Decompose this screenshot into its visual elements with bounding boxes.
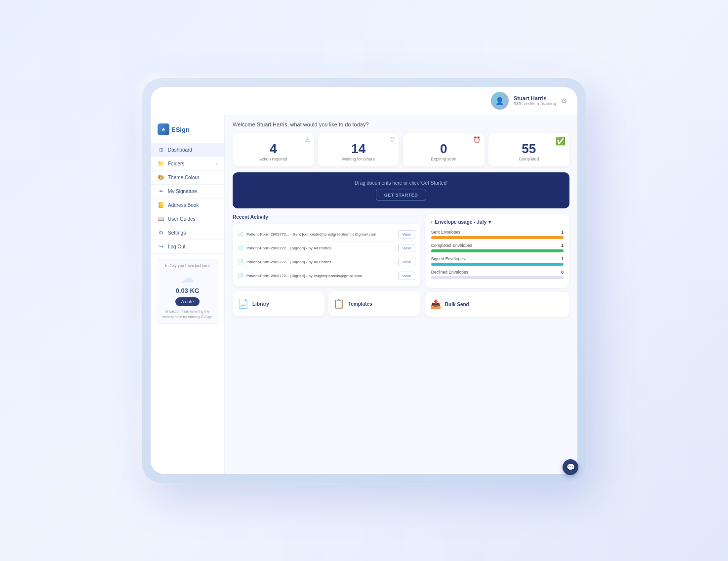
guides-icon: 📖 [158,216,164,222]
activity-item-2: 📄 Patient-Form-2908772... [Signed] - by … [238,255,415,269]
check-badge-icon: ✅ [556,136,566,146]
left-column: Recent Activity 📄 Patient-Form-2908772..… [233,214,420,317]
activity-text-2: Patient-Form-2908772... [Signed] - by Al… [246,260,395,264]
settings-sidebar-icon: ⚙ [158,230,164,236]
stats-row: ⚠ 4 Action required ⏱ 14 Waiting for oth… [233,133,569,166]
envelope-row-completed: Completed Envelopes 1 [431,243,564,252]
signed-envelopes-count: 1 [561,256,564,261]
sidebar-item-guides[interactable]: 📖 User Guides [151,212,224,226]
sidebar-item-dashboard[interactable]: ⊞ Dashboard [151,143,224,157]
avatar: 👤 [491,92,509,110]
signed-envelopes-label: Signed Envelopes [431,256,465,261]
sidebar-item-folders[interactable]: 📁 Folders › [151,157,224,171]
completed-envelopes-label: Completed Envelopes [431,243,472,248]
stat-card-expiring[interactable]: ⏰ 0 Expiring soon [403,133,485,166]
sidebar-item-address[interactable]: 📒 Address Book [151,199,224,212]
activity-text-1: Patient-Form-2908772... [Signed] - by Al… [246,246,395,250]
stat-number-completed: 55 [522,142,536,155]
recent-activity-title: Recent Activity [233,214,420,220]
templates-label: Templates [348,301,372,307]
activity-item-0: 📄 Patient-Form-2908772... - Sent [comple… [238,228,415,241]
envelope-title-text: Envelope usage - July [435,219,486,225]
carbon-value: 0.03 [176,287,188,294]
envelope-title: ‹ Envelope usage - July ▾ [431,219,564,225]
sidebar-item-theme[interactable]: 🎨 Theme Colour [151,171,224,185]
sidebar-label-address: Address Book [168,202,199,208]
declined-progress-bar [431,276,564,279]
doc-icon-1: 📄 [238,245,243,251]
quick-link-templates[interactable]: 📋 Templates [328,291,420,316]
carbon-section: In July you have just sent ☁ 0.03 KC A n… [157,259,218,324]
activity-item-1: 📄 Patient-Form-2908772... [Signed] - by … [238,241,415,255]
anote-button[interactable]: A note [175,297,200,306]
activity-item-3: 📄 Patient-Form-2908772... [Signed] - by … [238,269,415,282]
carbon-unit: KC [190,287,200,294]
stat-card-completed[interactable]: ✅ 55 Completed [488,133,570,166]
activity-card: 📄 Patient-Form-2908772... - Sent [comple… [233,224,420,286]
sent-envelopes-count: 1 [561,230,564,235]
carbon-intro: In July you have just sent [161,263,214,268]
clock-badge-icon: ⏰ [473,136,481,143]
sidebar-label-logout: Log Out [168,244,186,249]
doc-icon-0: 📄 [238,232,243,237]
cloud-illustration: ☁ 0.03 KC [161,270,214,294]
chat-bubble[interactable]: 💬 [563,459,577,474]
quick-link-library[interactable]: 📄 Library [233,291,324,316]
templates-icon: 📋 [333,298,344,309]
stat-card-waiting[interactable]: ⏱ 14 Waiting for others [318,133,400,166]
sidebar-label-signature: My Signature [168,189,197,194]
completed-envelopes-count: 1 [561,243,564,248]
welcome-message: Welcome Stuart Harris, what would you li… [233,121,569,127]
envelope-row-header-sent: Sent Envelopes 1 [431,230,564,235]
folders-arrow-icon: › [216,161,217,166]
declined-envelopes-count: 0 [561,270,564,275]
timer-badge-icon: ⏱ [389,136,395,143]
tablet-screen: 👤 Stuart Harris 933 credits remaining ⚙ … [151,87,577,474]
activity-text-0: Patient-Form-2908772... - Sent [complete… [246,232,395,237]
main-content: Welcome Stuart Harris, what would you li… [225,115,577,474]
sidebar-label-settings: Settings [168,230,186,236]
activity-text-3: Patient-Form-2908772... [Signed] - by es… [246,274,395,278]
signed-progress-bar [431,263,564,266]
view-button-2[interactable]: View [398,258,415,266]
drag-text: Drag documents here or click 'Get Starte… [241,180,562,186]
library-icon: 📄 [238,298,248,309]
sidebar-item-signature[interactable]: ✒ My Signature [151,185,224,199]
user-credits: 933 credits remaining [514,101,556,106]
stat-label-completed: Completed [519,157,539,161]
user-name: Stuart Harris [514,95,556,101]
bulk-send-icon: 📤 [430,299,441,310]
chevron-down-icon[interactable]: ▾ [488,219,491,225]
logo-icon: e [158,123,169,135]
doc-icon-3: 📄 [238,273,243,279]
quick-link-bulk-send[interactable]: 📤 Bulk Send [425,292,569,317]
folders-icon: 📁 [158,160,164,167]
get-started-button[interactable]: GET STARTED [376,190,426,200]
drag-drop-zone[interactable]: Drag documents here or click 'Get Starte… [233,172,569,208]
completed-progress-bar [431,249,564,252]
envelope-row-header-completed: Completed Envelopes 1 [431,243,564,248]
view-button-3[interactable]: View [398,272,415,280]
stat-label-waiting: Waiting for others [342,157,375,161]
stat-number-waiting: 14 [351,142,365,155]
envelope-card: ‹ Envelope usage - July ▾ Sent Envelopes… [425,214,569,288]
carbon-description: of carbon from entering the atmosphere b… [161,309,214,320]
bulk-send-label: Bulk Send [445,302,469,307]
sidebar-label-guides: User Guides [168,216,196,222]
sent-progress-bar [431,236,564,239]
sidebar-item-settings[interactable]: ⚙ Settings [151,226,224,240]
view-button-1[interactable]: View [398,244,415,252]
chevron-left-icon[interactable]: ‹ [431,219,433,225]
envelope-row-declined: Declined Envelopes 0 [431,270,564,279]
address-icon: 📒 [158,202,164,208]
stat-card-action[interactable]: ⚠ 4 Action required [233,133,314,166]
bottom-section: Recent Activity 📄 Patient-Form-2908772..… [233,214,569,317]
declined-envelopes-label: Declined Envelopes [431,270,468,275]
library-label: Library [252,301,269,307]
sidebar-item-logout[interactable]: ↪ Log Out [151,240,224,254]
doc-icon-2: 📄 [238,259,243,265]
settings-icon[interactable]: ⚙ [561,97,567,105]
signature-icon: ✒ [158,188,164,195]
welcome-text: Welcome Stuart Harris, what would you li… [233,121,369,127]
view-button-0[interactable]: View [398,230,415,239]
